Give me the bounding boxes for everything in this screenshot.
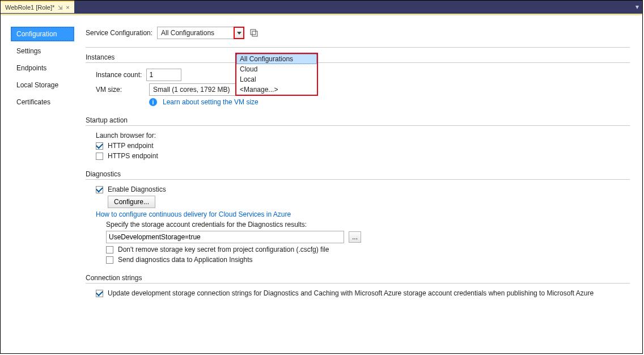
svg-marker-0 <box>237 32 242 35</box>
section-divider <box>86 125 630 126</box>
document-tab-title: WebRole1 [Role]* <box>5 4 54 11</box>
section-divider <box>86 62 630 63</box>
dont-remove-row: Don't remove storage key secret from pro… <box>106 246 630 253</box>
vm-size-combo[interactable]: Small (1 cores, 1792 MB) <box>149 83 249 96</box>
http-endpoint-row: HTTP endpoint <box>96 142 630 150</box>
page-navigator: Configuration Settings Endpoints Local S… <box>1 15 74 353</box>
update-conn-checkbox[interactable] <box>96 290 103 297</box>
tabstrip-overflow-icon[interactable]: ▾ <box>632 1 642 13</box>
configuration-page: Service Configuration: All Configuration… <box>74 15 642 353</box>
instance-count-input[interactable] <box>146 69 181 81</box>
startup-title: Startup action <box>86 116 630 124</box>
storage-conn-input[interactable] <box>106 231 344 243</box>
update-conn-row: Update development storage connection st… <box>96 289 630 297</box>
info-icon: i <box>149 98 157 106</box>
launch-browser-label: Launch browser for: <box>96 132 630 140</box>
vm-size-label: VM size: <box>96 86 145 94</box>
dont-remove-label: Don't remove storage key secret from pro… <box>118 246 329 253</box>
service-config-option-all[interactable]: All Configurations <box>236 54 317 64</box>
instance-count-label: Instance count: <box>96 71 142 79</box>
service-config-option-cloud[interactable]: Cloud <box>236 64 317 74</box>
app-insights-checkbox[interactable] <box>106 256 113 264</box>
section-divider <box>86 283 630 284</box>
enable-diagnostics-checkbox[interactable] <box>96 186 103 193</box>
service-config-option-local[interactable]: Local <box>236 74 317 84</box>
http-endpoint-label: HTTP endpoint <box>108 142 154 150</box>
diagnostics-title: Diagnostics <box>86 170 630 178</box>
section-divider <box>86 179 630 180</box>
service-config-dropdown: All Configurations Cloud Local <Manage..… <box>235 53 318 96</box>
document-tabstrip: WebRole1 [Role]* ⇲ × ▾ <box>1 1 642 14</box>
https-endpoint-row: HTTPS endpoint <box>96 152 630 160</box>
service-config-label: Service Configuration: <box>86 29 152 37</box>
tabstrip-spacer <box>74 1 632 13</box>
vm-learn-row: i Learn about setting the VM size <box>149 98 630 106</box>
configure-row: Configure... <box>96 196 630 208</box>
enable-diagnostics-label: Enable Diagnostics <box>108 185 166 193</box>
storage-browse-button[interactable]: ... <box>349 231 361 243</box>
https-endpoint-checkbox[interactable] <box>96 153 103 160</box>
service-config-row: Service Configuration: All Configuration… <box>86 27 630 39</box>
sidebar-item-endpoints[interactable]: Endpoints <box>11 61 74 75</box>
pin-icon[interactable]: ⇲ <box>58 5 62 11</box>
close-icon[interactable]: × <box>66 4 69 11</box>
manage-configs-icon[interactable] <box>249 28 259 38</box>
svg-rect-2 <box>252 31 257 36</box>
conn-strings-title: Connection strings <box>86 274 630 282</box>
chevron-down-icon[interactable] <box>234 27 244 39</box>
instances-title: Instances <box>86 53 630 61</box>
app-insights-label: Send diagnostics data to Application Ins… <box>118 256 253 264</box>
sidebar-item-local-storage[interactable]: Local Storage <box>11 78 74 92</box>
editor-body: Configuration Settings Endpoints Local S… <box>1 15 642 353</box>
storage-conn-row: ... <box>106 231 630 243</box>
enable-diagnostics-row: Enable Diagnostics <box>96 185 630 193</box>
service-config-combo[interactable]: All Configurations <box>157 27 244 39</box>
sidebar-item-configuration[interactable]: Configuration <box>11 27 74 41</box>
vm-learn-link[interactable]: Learn about setting the VM size <box>163 98 259 106</box>
sidebar-item-certificates[interactable]: Certificates <box>11 95 74 109</box>
https-endpoint-label: HTTPS endpoint <box>108 152 158 160</box>
svg-rect-1 <box>251 29 256 35</box>
app-insights-row: Send diagnostics data to Application Ins… <box>106 256 630 264</box>
vm-size-value: Small (1 cores, 1792 MB) <box>153 86 230 94</box>
update-conn-label: Update development storage connection st… <box>108 289 594 297</box>
section-divider <box>86 47 630 48</box>
configure-button[interactable]: Configure... <box>108 196 155 208</box>
dont-remove-checkbox[interactable] <box>106 246 113 253</box>
specify-storage-label: Specify the storage account credentials … <box>106 221 630 229</box>
cd-link-row: How to configure continuous delivery for… <box>96 210 630 218</box>
http-endpoint-checkbox[interactable] <box>96 142 103 150</box>
service-config-value: All Configurations <box>161 29 214 37</box>
vm-size-row: VM size: Small (1 cores, 1792 MB) <box>96 83 630 96</box>
instance-count-row: Instance count: <box>96 69 630 81</box>
role-properties-window: WebRole1 [Role]* ⇲ × ▾ Configuration Set… <box>0 0 643 354</box>
service-config-option-manage[interactable]: <Manage...> <box>236 84 317 95</box>
sidebar-item-settings[interactable]: Settings <box>11 44 74 58</box>
document-tab-webrole1[interactable]: WebRole1 [Role]* ⇲ × <box>1 1 74 13</box>
continuous-delivery-link[interactable]: How to configure continuous delivery for… <box>96 210 291 218</box>
